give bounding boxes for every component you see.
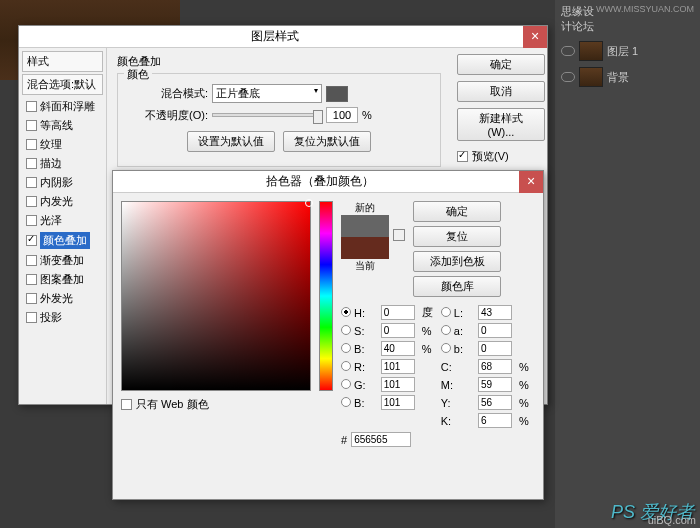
reset-button[interactable]: 复位 (413, 226, 501, 247)
m-input[interactable]: 59 (478, 377, 512, 392)
dialog-title: 图层样式 (27, 28, 523, 45)
new-style-button[interactable]: 新建样式(W)... (457, 108, 545, 141)
style-item[interactable]: 内阴影 (22, 173, 103, 192)
style-item[interactable]: 内发光 (22, 192, 103, 211)
radio-rgb-b[interactable] (341, 397, 351, 407)
close-button[interactable]: × (519, 171, 543, 193)
layer-row[interactable]: 图层 1 (555, 38, 700, 64)
visibility-icon[interactable] (561, 46, 575, 56)
opacity-input[interactable]: 100 (326, 107, 358, 123)
opacity-label: 不透明度(O): (126, 108, 208, 123)
sv-field[interactable] (121, 201, 311, 391)
layer-thumb (579, 67, 603, 87)
style-item[interactable]: 颜色叠加 (22, 230, 103, 251)
layers-panel: 思缘设计论坛WWW.MISSYUAN.COM 图层 1 背景 (555, 0, 700, 528)
style-item[interactable]: 渐变叠加 (22, 251, 103, 270)
layers-url: WWW.MISSYUAN.COM (596, 4, 694, 34)
radio-s[interactable] (341, 325, 351, 335)
style-item[interactable]: 等高线 (22, 116, 103, 135)
titlebar: 拾色器（叠加颜色）× (113, 171, 543, 193)
radio-b[interactable] (341, 343, 351, 353)
style-item[interactable]: 纹理 (22, 135, 103, 154)
visibility-icon[interactable] (561, 72, 575, 82)
r-input[interactable]: 101 (381, 359, 415, 374)
hash-label: # (341, 434, 347, 446)
y-input[interactable]: 56 (478, 395, 512, 410)
checkbox[interactable] (26, 101, 37, 112)
blend-mode-select[interactable]: 正片叠底▾ (212, 84, 322, 103)
new-label: 新的 (341, 201, 389, 215)
blend-mode-label: 混合模式: (126, 86, 208, 101)
cube-icon[interactable] (393, 229, 405, 241)
cancel-button[interactable]: 取消 (457, 81, 545, 102)
lab-b-input[interactable]: 0 (478, 341, 512, 356)
style-item[interactable]: 图案叠加 (22, 270, 103, 289)
layer-thumb (579, 41, 603, 61)
checkbox[interactable] (26, 196, 37, 207)
checkbox[interactable] (26, 293, 37, 304)
ok-button[interactable]: 确定 (413, 201, 501, 222)
web-only-checkbox[interactable] (121, 399, 132, 410)
web-only-label: 只有 Web 颜色 (136, 397, 209, 412)
ok-button[interactable]: 确定 (457, 54, 545, 75)
radio-l[interactable] (441, 307, 451, 317)
radio-a[interactable] (441, 325, 451, 335)
hex-input[interactable]: 656565 (351, 432, 411, 447)
preview-checkbox[interactable] (457, 151, 468, 162)
group-heading: 颜色叠加 (117, 54, 441, 69)
color-swatch[interactable] (326, 86, 348, 102)
styles-header[interactable]: 样式 (22, 51, 103, 72)
blend-options[interactable]: 混合选项:默认 (22, 74, 103, 95)
opacity-slider[interactable] (212, 113, 322, 117)
style-list: 样式 混合选项:默认 斜面和浮雕 等高线 纹理 描边 内阴影 内发光 光泽 颜色… (19, 48, 107, 404)
color-lib-button[interactable]: 颜色库 (413, 276, 501, 297)
close-button[interactable]: × (523, 26, 547, 48)
a-input[interactable]: 0 (478, 323, 512, 338)
layer-row[interactable]: 背景 (555, 64, 700, 90)
set-default-button[interactable]: 设置为默认值 (187, 131, 275, 152)
color-group: 颜色 混合模式: 正片叠底▾ 不透明度(O): 100 % 设置为默认值 复位为… (117, 73, 441, 167)
checkbox[interactable] (26, 120, 37, 131)
style-item[interactable]: 斜面和浮雕 (22, 97, 103, 116)
chevron-down-icon: ▾ (314, 86, 318, 101)
hue-slider[interactable] (319, 201, 333, 391)
checkbox[interactable] (26, 274, 37, 285)
layer-name: 图层 1 (607, 44, 638, 59)
dialog-title: 拾色器（叠加颜色） (121, 173, 519, 190)
current-label: 当前 (341, 259, 389, 273)
titlebar: 图层样式× (19, 26, 547, 48)
checkbox[interactable] (26, 158, 37, 169)
add-swatch-button[interactable]: 添加到色板 (413, 251, 501, 272)
layers-title: 思缘设计论坛 (561, 4, 596, 34)
checkbox[interactable] (26, 312, 37, 323)
k-input[interactable]: 6 (478, 413, 512, 428)
style-item[interactable]: 外发光 (22, 289, 103, 308)
site-credit: uiBQ.com (648, 514, 696, 526)
radio-r[interactable] (341, 361, 351, 371)
radio-lab-b[interactable] (441, 343, 451, 353)
style-item[interactable]: 投影 (22, 308, 103, 327)
color-values: H:0度 L:43 S:0% a:0 B:40% b:0 R:101 C:68%… (341, 305, 535, 428)
c-input[interactable]: 68 (478, 359, 512, 374)
b-hsb-input[interactable]: 40 (381, 341, 415, 356)
reset-default-button[interactable]: 复位为默认值 (283, 131, 371, 152)
h-input[interactable]: 0 (381, 305, 415, 320)
radio-h[interactable] (341, 307, 351, 317)
checkbox[interactable] (26, 235, 37, 246)
radio-g[interactable] (341, 379, 351, 389)
checkbox[interactable] (26, 139, 37, 150)
g-input[interactable]: 101 (381, 377, 415, 392)
l-input[interactable]: 43 (478, 305, 512, 320)
checkbox[interactable] (26, 255, 37, 266)
style-item[interactable]: 光泽 (22, 211, 103, 230)
s-input[interactable]: 0 (381, 323, 415, 338)
checkbox[interactable] (26, 177, 37, 188)
color-preview (341, 215, 389, 259)
rgb-b-input[interactable]: 101 (381, 395, 415, 410)
checkbox[interactable] (26, 215, 37, 226)
picker-circle[interactable] (305, 199, 313, 207)
color-picker-dialog: 拾色器（叠加颜色）× 只有 Web 颜色 新的 当前 确定 复位 (112, 170, 544, 500)
group-label: 颜色 (124, 67, 152, 82)
preview-label: 预览(V) (472, 149, 509, 164)
style-item[interactable]: 描边 (22, 154, 103, 173)
